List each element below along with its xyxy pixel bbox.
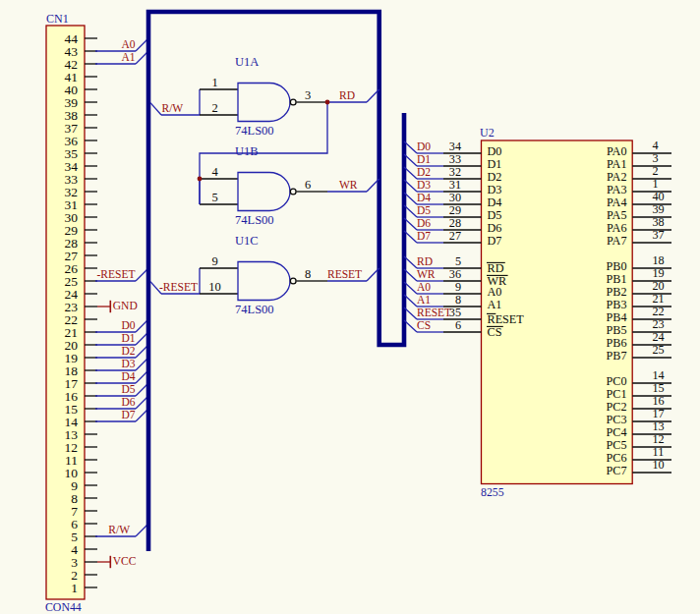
svg-text:28: 28 [65,236,79,251]
svg-text:RD: RD [339,89,355,101]
svg-text:PB6: PB6 [606,336,626,350]
svg-text:26: 26 [65,261,79,276]
svg-text:1: 1 [653,177,659,191]
svg-text:42: 42 [65,57,79,72]
svg-text:3: 3 [653,151,659,165]
svg-text:U1C: U1C [235,234,259,248]
svg-text:10: 10 [65,466,79,480]
svg-text:PC0: PC0 [606,374,626,388]
svg-text:D3: D3 [488,183,502,196]
svg-text:D2: D2 [121,345,135,357]
svg-text:PA0: PA0 [607,144,627,158]
svg-text:RESET: RESET [327,268,362,280]
svg-text:2: 2 [71,568,78,583]
svg-text:D4: D4 [488,195,502,209]
svg-text:38: 38 [653,215,665,229]
svg-text:-RESET: -RESET [97,268,136,280]
svg-text:35: 35 [449,306,461,319]
svg-text:RD: RD [417,255,433,267]
svg-text:6: 6 [455,318,461,332]
svg-text:1: 1 [71,581,78,595]
svg-text:22: 22 [65,312,79,327]
svg-text:9: 9 [455,280,461,294]
svg-text:4: 4 [653,139,659,152]
svg-text:A0: A0 [417,281,431,293]
svg-text:13: 13 [65,427,79,442]
svg-text:36: 36 [449,267,461,281]
svg-text:A1: A1 [417,294,431,306]
svg-text:D1: D1 [121,332,135,344]
svg-text:5: 5 [455,254,461,268]
svg-text:34: 34 [449,140,461,153]
svg-text:U2: U2 [480,126,495,140]
svg-text:PA6: PA6 [607,221,627,235]
svg-text:16: 16 [65,389,79,404]
svg-text:PC6: PC6 [606,451,626,465]
svg-text:17: 17 [653,407,665,420]
svg-text:PB2: PB2 [606,285,626,299]
svg-text:19: 19 [65,351,79,365]
svg-text:CON44: CON44 [45,600,82,614]
svg-text:8: 8 [305,267,311,281]
svg-text:8: 8 [455,293,461,307]
svg-text:1: 1 [211,76,217,89]
svg-text:PC1: PC1 [606,387,626,401]
svg-text:15: 15 [653,381,665,395]
svg-text:D5: D5 [488,208,502,222]
svg-text:D7: D7 [417,230,431,242]
svg-text:14: 14 [65,415,79,429]
svg-text:D5: D5 [417,204,431,216]
svg-text:28: 28 [449,216,461,230]
svg-text:33: 33 [449,152,461,166]
svg-text:36: 36 [65,134,79,148]
svg-text:12: 12 [653,432,665,446]
svg-text:13: 13 [653,419,665,433]
svg-text:23: 23 [65,300,79,314]
svg-text:CN1: CN1 [46,12,69,26]
svg-text:PA4: PA4 [607,195,627,209]
svg-text:29: 29 [449,203,461,217]
svg-text:A0: A0 [488,285,502,299]
svg-text:8255: 8255 [481,485,504,499]
svg-text:20: 20 [65,338,79,353]
svg-text:D0: D0 [488,144,502,158]
svg-text:3: 3 [305,88,311,102]
svg-text:R/W: R/W [108,524,130,535]
svg-text:12: 12 [65,440,79,455]
svg-text:18: 18 [653,253,665,267]
svg-text:PB5: PB5 [606,323,626,337]
svg-text:PC3: PC3 [606,413,626,426]
svg-text:VCC: VCC [113,555,137,567]
svg-text:D5: D5 [121,383,135,395]
svg-text:39: 39 [65,95,79,110]
svg-text:D4: D4 [417,192,431,203]
svg-text:16: 16 [653,394,665,408]
svg-text:WR: WR [339,179,358,191]
svg-text:D4: D4 [121,370,135,382]
svg-text:14: 14 [653,368,665,382]
svg-text:43: 43 [65,44,79,59]
svg-text:29: 29 [65,223,79,238]
svg-text:PA7: PA7 [607,234,627,248]
svg-text:31: 31 [449,178,461,192]
svg-text:D3: D3 [417,179,431,191]
svg-text:D0: D0 [121,319,135,331]
svg-text:22: 22 [653,305,665,318]
svg-text:5: 5 [211,191,217,204]
svg-text:D1: D1 [417,153,431,165]
svg-text:WR: WR [417,268,436,280]
svg-text:D7: D7 [488,234,502,248]
svg-text:24: 24 [653,330,665,344]
svg-text:A1: A1 [121,51,135,63]
svg-text:A0: A0 [121,38,135,50]
svg-text:-RESET: -RESET [159,281,198,293]
svg-text:D6: D6 [488,221,502,235]
svg-text:D2: D2 [488,170,502,184]
svg-text:11: 11 [653,445,665,459]
svg-text:27: 27 [449,229,461,243]
svg-text:PC4: PC4 [606,425,626,439]
svg-text:D7: D7 [121,409,135,420]
svg-text:2: 2 [211,101,217,115]
svg-text:10: 10 [653,458,665,472]
svg-text:21: 21 [65,325,79,340]
